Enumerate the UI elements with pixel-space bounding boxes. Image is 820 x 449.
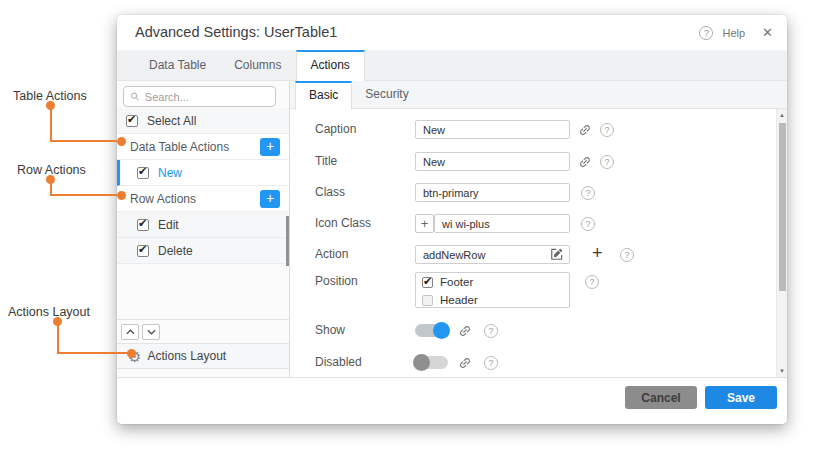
advanced-settings-dialog: Advanced Settings: UserTable1 Help Data …: [117, 15, 787, 424]
icon-picker-button[interactable]: [415, 214, 434, 233]
dialog-title: Advanced Settings: UserTable1: [135, 15, 337, 50]
add-row-action-button[interactable]: [260, 190, 280, 208]
tree-item-select-all[interactable]: Select All: [117, 108, 289, 134]
search-input[interactable]: [145, 91, 269, 103]
show-label: Show: [315, 321, 345, 340]
toggle-knob: [413, 354, 430, 371]
add-action-button[interactable]: [592, 243, 603, 264]
link-icon[interactable]: [578, 155, 592, 173]
tab-security[interactable]: Security: [352, 81, 421, 108]
checkbox-header[interactable]: [422, 295, 433, 306]
tab-actions[interactable]: Actions: [296, 50, 365, 81]
actions-layout-label: Actions Layout: [147, 349, 226, 363]
action-settings-panel: Basic Security Caption Title: [290, 81, 787, 377]
link-icon[interactable]: [458, 356, 472, 374]
help-icon[interactable]: [484, 356, 498, 370]
actions-tree-panel: Select All Data Table Actions New Row Ac…: [117, 81, 290, 377]
field-row-icon-class: Icon Class: [290, 214, 787, 234]
checkbox-select-all[interactable]: [126, 115, 138, 127]
annotation-line: [51, 194, 117, 196]
link-icon[interactable]: [458, 324, 472, 342]
tree-item-new[interactable]: New: [117, 160, 289, 186]
annotation-dot: [117, 137, 126, 146]
scroll-down-icon[interactable]: ▼: [777, 368, 787, 374]
help-icon[interactable]: [699, 26, 713, 40]
help-icon[interactable]: [484, 324, 498, 338]
search-box[interactable]: [123, 86, 276, 107]
disabled-toggle[interactable]: [415, 356, 448, 369]
tree-item-label: Select All: [147, 114, 196, 128]
main-tabstrip: Data Table Columns Actions: [117, 50, 787, 81]
scroll-up-icon[interactable]: ▲: [777, 112, 787, 118]
help-icon[interactable]: [620, 248, 634, 262]
help-icon[interactable]: [585, 275, 599, 289]
field-row-class: Class: [290, 183, 787, 203]
checkbox-edit[interactable]: [137, 219, 149, 231]
action-input[interactable]: [415, 245, 570, 264]
checkbox-footer[interactable]: [422, 277, 433, 288]
right-panel-scrollbar[interactable]: ▲ ▼: [776, 109, 787, 377]
scrollbar-thumb[interactable]: [779, 123, 786, 291]
show-toggle[interactable]: [415, 324, 448, 337]
dialog-body: Select All Data Table Actions New Row Ac…: [117, 81, 787, 377]
annotation-dot: [117, 191, 126, 200]
icon-class-input[interactable]: [434, 214, 570, 233]
annotation-actions-layout: Actions Layout: [8, 305, 90, 319]
help-icon[interactable]: [581, 186, 595, 200]
add-table-action-button[interactable]: [260, 138, 280, 156]
search-icon: [130, 91, 140, 102]
field-row-position: Position Footer Header: [290, 272, 787, 310]
title-label: Title: [315, 152, 337, 171]
tab-data-table[interactable]: Data Table: [135, 50, 220, 80]
actions-layout-item[interactable]: Actions Layout: [117, 343, 289, 369]
field-row-caption: Caption: [290, 120, 787, 140]
actions-tree: Select All Data Table Actions New Row Ac…: [117, 108, 289, 264]
help-icon[interactable]: [600, 155, 614, 169]
field-row-title: Title: [290, 152, 787, 172]
save-button[interactable]: Save: [705, 386, 777, 409]
tab-columns[interactable]: Columns: [220, 50, 295, 80]
tree-group-data-table-actions[interactable]: Data Table Actions: [117, 134, 289, 160]
help-icon[interactable]: [581, 217, 595, 231]
tab-basic[interactable]: Basic: [295, 81, 352, 110]
left-panel-scrollbar[interactable]: [286, 216, 289, 266]
move-down-button[interactable]: [142, 324, 160, 340]
annotation-dot: [127, 349, 136, 358]
help-label[interactable]: Help: [722, 27, 745, 39]
caption-input[interactable]: [415, 120, 570, 139]
help-icon[interactable]: [600, 123, 614, 137]
field-row-disabled: Disabled: [290, 353, 787, 373]
edit-action-icon[interactable]: [550, 247, 564, 265]
position-option-label: Header: [440, 294, 478, 306]
action-label: Action: [315, 245, 348, 264]
tree-item-delete[interactable]: Delete: [117, 238, 289, 264]
annotation-line: [58, 352, 128, 354]
dialog-footer: Cancel Save: [117, 377, 787, 424]
annotation-dot: [46, 101, 55, 110]
settings-tabstrip: Basic Security: [290, 81, 787, 109]
position-option-header[interactable]: Header: [416, 291, 569, 309]
annotation-dot: [46, 175, 55, 184]
icon-class-label: Icon Class: [315, 214, 371, 233]
position-option-footer[interactable]: Footer: [416, 273, 569, 291]
class-label: Class: [315, 183, 345, 202]
position-label: Position: [315, 272, 358, 291]
reorder-controls: [117, 319, 289, 343]
tree-group-label: Row Actions: [130, 192, 196, 206]
toggle-knob: [433, 322, 450, 339]
move-up-button[interactable]: [121, 324, 139, 340]
tree-item-label: New: [158, 166, 182, 180]
link-icon[interactable]: [578, 123, 592, 141]
tree-item-label: Edit: [158, 218, 179, 232]
tree-item-edit[interactable]: Edit: [117, 212, 289, 238]
checkbox-delete[interactable]: [137, 245, 149, 257]
tree-group-row-actions[interactable]: Row Actions: [117, 186, 289, 212]
chevron-up-icon: [126, 329, 135, 335]
cancel-button[interactable]: Cancel: [625, 386, 697, 409]
checkbox-new[interactable]: [137, 167, 149, 179]
annotation-line: [57, 322, 59, 354]
close-icon[interactable]: [762, 25, 773, 40]
title-input[interactable]: [415, 152, 570, 171]
class-input[interactable]: [415, 183, 570, 202]
annotation-line: [50, 106, 52, 142]
